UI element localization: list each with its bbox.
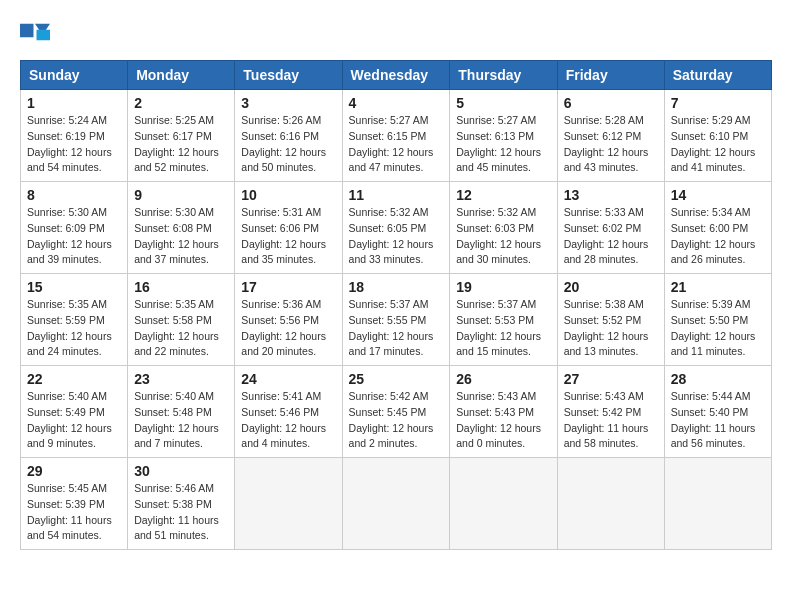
daylight-label: Daylight: 12 hours xyxy=(456,422,541,434)
calendar-cell: 4 Sunrise: 5:27 AM Sunset: 6:15 PM Dayli… xyxy=(342,90,450,182)
daylight-label: Daylight: 12 hours xyxy=(27,330,112,342)
daylight-label: Daylight: 12 hours xyxy=(241,422,326,434)
day-number: 3 xyxy=(241,95,335,111)
daylight-label: Daylight: 12 hours xyxy=(134,330,219,342)
sunset-label: Sunset: 5:48 PM xyxy=(134,406,212,418)
sunrise-label: Sunrise: 5:32 AM xyxy=(456,206,536,218)
day-info: Sunrise: 5:25 AM Sunset: 6:17 PM Dayligh… xyxy=(134,113,228,176)
sunrise-label: Sunrise: 5:42 AM xyxy=(349,390,429,402)
calendar-cell: 26 Sunrise: 5:43 AM Sunset: 5:43 PM Dayl… xyxy=(450,366,557,458)
calendar-cell: 30 Sunrise: 5:46 AM Sunset: 5:38 PM Dayl… xyxy=(128,458,235,550)
day-number: 12 xyxy=(456,187,550,203)
calendar-cell: 20 Sunrise: 5:38 AM Sunset: 5:52 PM Dayl… xyxy=(557,274,664,366)
sunset-label: Sunset: 6:17 PM xyxy=(134,130,212,142)
calendar-cell xyxy=(235,458,342,550)
sunrise-label: Sunrise: 5:27 AM xyxy=(456,114,536,126)
daylight-label: Daylight: 12 hours xyxy=(564,146,649,158)
sunset-label: Sunset: 5:45 PM xyxy=(349,406,427,418)
day-number: 18 xyxy=(349,279,444,295)
day-number: 20 xyxy=(564,279,658,295)
calendar-cell: 6 Sunrise: 5:28 AM Sunset: 6:12 PM Dayli… xyxy=(557,90,664,182)
col-thursday: Thursday xyxy=(450,61,557,90)
calendar-cell: 24 Sunrise: 5:41 AM Sunset: 5:46 PM Dayl… xyxy=(235,366,342,458)
daylight-minutes: and 37 minutes. xyxy=(134,253,209,265)
daylight-minutes: and 7 minutes. xyxy=(134,437,203,449)
day-info: Sunrise: 5:28 AM Sunset: 6:12 PM Dayligh… xyxy=(564,113,658,176)
day-number: 4 xyxy=(349,95,444,111)
day-info: Sunrise: 5:43 AM Sunset: 5:43 PM Dayligh… xyxy=(456,389,550,452)
calendar-cell: 23 Sunrise: 5:40 AM Sunset: 5:48 PM Dayl… xyxy=(128,366,235,458)
daylight-minutes: and 26 minutes. xyxy=(671,253,746,265)
daylight-label: Daylight: 12 hours xyxy=(671,238,756,250)
daylight-label: Daylight: 12 hours xyxy=(349,422,434,434)
day-info: Sunrise: 5:42 AM Sunset: 5:45 PM Dayligh… xyxy=(349,389,444,452)
daylight-minutes: and 56 minutes. xyxy=(671,437,746,449)
daylight-label: Daylight: 12 hours xyxy=(134,146,219,158)
sunrise-label: Sunrise: 5:28 AM xyxy=(564,114,644,126)
sunset-label: Sunset: 6:06 PM xyxy=(241,222,319,234)
logo-icon xyxy=(20,20,50,50)
daylight-minutes: and 50 minutes. xyxy=(241,161,316,173)
day-info: Sunrise: 5:44 AM Sunset: 5:40 PM Dayligh… xyxy=(671,389,765,452)
daylight-minutes: and 4 minutes. xyxy=(241,437,310,449)
day-number: 9 xyxy=(134,187,228,203)
calendar-cell: 12 Sunrise: 5:32 AM Sunset: 6:03 PM Dayl… xyxy=(450,182,557,274)
sunset-label: Sunset: 6:12 PM xyxy=(564,130,642,142)
sunset-label: Sunset: 6:15 PM xyxy=(349,130,427,142)
sunset-label: Sunset: 6:00 PM xyxy=(671,222,749,234)
day-number: 14 xyxy=(671,187,765,203)
sunset-label: Sunset: 5:59 PM xyxy=(27,314,105,326)
col-sunday: Sunday xyxy=(21,61,128,90)
day-number: 10 xyxy=(241,187,335,203)
daylight-label: Daylight: 11 hours xyxy=(564,422,649,434)
calendar-cell xyxy=(664,458,771,550)
sunrise-label: Sunrise: 5:43 AM xyxy=(456,390,536,402)
calendar-week-row: 15 Sunrise: 5:35 AM Sunset: 5:59 PM Dayl… xyxy=(21,274,772,366)
sunset-label: Sunset: 6:05 PM xyxy=(349,222,427,234)
col-saturday: Saturday xyxy=(664,61,771,90)
sunrise-label: Sunrise: 5:41 AM xyxy=(241,390,321,402)
day-number: 28 xyxy=(671,371,765,387)
daylight-label: Daylight: 12 hours xyxy=(456,238,541,250)
daylight-minutes: and 35 minutes. xyxy=(241,253,316,265)
calendar-cell: 17 Sunrise: 5:36 AM Sunset: 5:56 PM Dayl… xyxy=(235,274,342,366)
calendar-table: Sunday Monday Tuesday Wednesday Thursday… xyxy=(20,60,772,550)
daylight-label: Daylight: 11 hours xyxy=(27,514,112,526)
calendar-week-row: 22 Sunrise: 5:40 AM Sunset: 5:49 PM Dayl… xyxy=(21,366,772,458)
svg-marker-3 xyxy=(37,30,51,41)
day-number: 7 xyxy=(671,95,765,111)
calendar-cell: 5 Sunrise: 5:27 AM Sunset: 6:13 PM Dayli… xyxy=(450,90,557,182)
daylight-minutes: and 33 minutes. xyxy=(349,253,424,265)
page-header xyxy=(20,20,772,50)
daylight-label: Daylight: 12 hours xyxy=(27,146,112,158)
sunrise-label: Sunrise: 5:38 AM xyxy=(564,298,644,310)
daylight-minutes: and 39 minutes. xyxy=(27,253,102,265)
daylight-minutes: and 54 minutes. xyxy=(27,161,102,173)
daylight-minutes: and 20 minutes. xyxy=(241,345,316,357)
sunset-label: Sunset: 6:13 PM xyxy=(456,130,534,142)
calendar-cell: 27 Sunrise: 5:43 AM Sunset: 5:42 PM Dayl… xyxy=(557,366,664,458)
day-info: Sunrise: 5:26 AM Sunset: 6:16 PM Dayligh… xyxy=(241,113,335,176)
sunset-label: Sunset: 6:03 PM xyxy=(456,222,534,234)
sunrise-label: Sunrise: 5:39 AM xyxy=(671,298,751,310)
sunrise-label: Sunrise: 5:45 AM xyxy=(27,482,107,494)
sunrise-label: Sunrise: 5:31 AM xyxy=(241,206,321,218)
sunrise-label: Sunrise: 5:35 AM xyxy=(27,298,107,310)
day-number: 16 xyxy=(134,279,228,295)
sunrise-label: Sunrise: 5:27 AM xyxy=(349,114,429,126)
calendar-cell: 11 Sunrise: 5:32 AM Sunset: 6:05 PM Dayl… xyxy=(342,182,450,274)
day-info: Sunrise: 5:39 AM Sunset: 5:50 PM Dayligh… xyxy=(671,297,765,360)
sunset-label: Sunset: 5:52 PM xyxy=(564,314,642,326)
daylight-minutes: and 17 minutes. xyxy=(349,345,424,357)
col-wednesday: Wednesday xyxy=(342,61,450,90)
day-info: Sunrise: 5:29 AM Sunset: 6:10 PM Dayligh… xyxy=(671,113,765,176)
day-info: Sunrise: 5:27 AM Sunset: 6:15 PM Dayligh… xyxy=(349,113,444,176)
calendar-cell: 9 Sunrise: 5:30 AM Sunset: 6:08 PM Dayli… xyxy=(128,182,235,274)
logo xyxy=(20,20,58,50)
sunrise-label: Sunrise: 5:30 AM xyxy=(134,206,214,218)
sunset-label: Sunset: 5:55 PM xyxy=(349,314,427,326)
day-number: 26 xyxy=(456,371,550,387)
daylight-minutes: and 24 minutes. xyxy=(27,345,102,357)
calendar-cell: 15 Sunrise: 5:35 AM Sunset: 5:59 PM Dayl… xyxy=(21,274,128,366)
day-info: Sunrise: 5:40 AM Sunset: 5:48 PM Dayligh… xyxy=(134,389,228,452)
